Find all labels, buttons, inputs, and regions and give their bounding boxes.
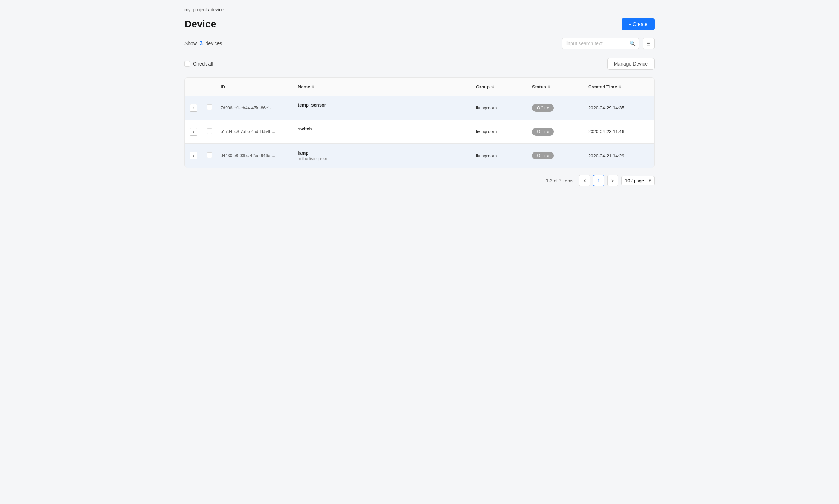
- name-cell: lamp in the living room: [294, 147, 472, 165]
- search-icon: 🔍: [630, 41, 636, 46]
- next-page-button[interactable]: >: [607, 175, 618, 186]
- status-badge: Offline: [532, 128, 554, 136]
- breadcrumb: my_project / device: [184, 7, 655, 12]
- search-wrapper: 🔍: [562, 38, 639, 49]
- expand-cell: ›: [185, 148, 202, 163]
- breadcrumb-project[interactable]: my_project: [184, 7, 207, 12]
- group-cell: livingroom: [472, 125, 528, 138]
- prev-page-button[interactable]: <: [579, 175, 590, 186]
- checkbox-cell: [202, 125, 216, 138]
- th-status: Status ⇅: [528, 82, 584, 91]
- expand-cell: ›: [185, 101, 202, 115]
- devices-label: devices: [206, 41, 222, 46]
- checkbox-cell: [202, 149, 216, 163]
- th-expand: [185, 82, 202, 91]
- page-1-button[interactable]: 1: [593, 175, 604, 186]
- device-description: -: [298, 108, 468, 113]
- th-name: Name ⇅: [294, 82, 472, 91]
- id-cell: d4430fe8-03bc-42ee-946e-...: [216, 150, 294, 162]
- table-body: › 7d906ec1-eb44-4f5e-86e1-... temp_senso…: [185, 96, 654, 168]
- th-group: Group ⇅: [472, 82, 528, 91]
- created-time-cell: 2020-04-21 14:29: [584, 150, 654, 162]
- row-checkbox[interactable]: [207, 128, 212, 134]
- created-time-cell: 2020-04-23 11:46: [584, 125, 654, 138]
- filter-icon: ⊟: [646, 41, 651, 46]
- name-cell: switch -: [294, 123, 472, 141]
- pagination: 1-3 of 3 items < 1 > 10 / page20 / page5…: [184, 175, 655, 186]
- manage-device-button[interactable]: Manage Device: [607, 58, 655, 70]
- pagination-info: 1-3 of 3 items: [546, 178, 573, 183]
- status-cell: Offline: [528, 124, 584, 139]
- device-count: 3: [200, 40, 203, 46]
- table-row: › 7d906ec1-eb44-4f5e-86e1-... temp_senso…: [185, 96, 654, 120]
- show-count: Show 3 devices: [184, 40, 222, 47]
- group-sort-icon: ⇅: [491, 85, 494, 89]
- status-badge: Offline: [532, 104, 554, 112]
- show-label: Show: [184, 41, 197, 46]
- table-row: › d4430fe8-03bc-42ee-946e-... lamp in th…: [185, 144, 654, 168]
- created-time-cell: 2020-04-29 14:35: [584, 102, 654, 114]
- name-sort-icon: ⇅: [311, 85, 314, 89]
- search-input[interactable]: [562, 38, 639, 49]
- group-cell: livingroom: [472, 150, 528, 162]
- device-name: temp_sensor: [298, 102, 468, 108]
- expand-button[interactable]: ›: [190, 104, 197, 112]
- status-badge: Offline: [532, 152, 554, 159]
- th-created-time: Created Time ⇅: [584, 82, 654, 91]
- table-header: ID Name ⇅ Group ⇅ Status ⇅ Created Time …: [185, 78, 654, 96]
- breadcrumb-current: device: [210, 7, 224, 12]
- status-cell: Offline: [528, 101, 584, 115]
- th-id: ID: [216, 82, 294, 91]
- status-cell: Offline: [528, 148, 584, 163]
- page-size-select[interactable]: 10 / page20 / page50 / page: [621, 176, 655, 185]
- id-cell: b17d4bc3-7abb-4add-b54f-...: [216, 126, 294, 138]
- status-sort-icon: ⇅: [548, 85, 550, 89]
- check-all-checkbox[interactable]: [184, 61, 190, 67]
- row-checkbox[interactable]: [207, 152, 212, 158]
- page-title: Device: [184, 19, 216, 30]
- check-all-label[interactable]: Check all: [184, 61, 213, 67]
- created-time-sort-icon: ⇅: [618, 85, 621, 89]
- create-button[interactable]: + Create: [622, 18, 655, 30]
- checkbox-cell: [202, 101, 216, 115]
- page-size-wrapper: 10 / page20 / page50 / page ▼: [621, 176, 655, 185]
- device-name: switch: [298, 126, 468, 131]
- device-description: -: [298, 132, 468, 137]
- table-row: › b17d4bc3-7abb-4add-b54f-... switch - l…: [185, 120, 654, 144]
- filter-button[interactable]: ⊟: [643, 38, 655, 49]
- expand-button[interactable]: ›: [190, 152, 197, 159]
- th-checkbox: [202, 82, 216, 91]
- expand-button[interactable]: ›: [190, 128, 197, 136]
- row-checkbox[interactable]: [207, 104, 212, 110]
- device-description: in the living room: [298, 156, 468, 161]
- name-cell: temp_sensor -: [294, 99, 472, 117]
- expand-cell: ›: [185, 124, 202, 139]
- id-cell: 7d906ec1-eb44-4f5e-86e1-...: [216, 102, 294, 114]
- device-table: ID Name ⇅ Group ⇅ Status ⇅ Created Time …: [184, 77, 655, 168]
- group-cell: livingroom: [472, 102, 528, 114]
- check-all-text: Check all: [193, 61, 213, 67]
- device-name: lamp: [298, 150, 468, 156]
